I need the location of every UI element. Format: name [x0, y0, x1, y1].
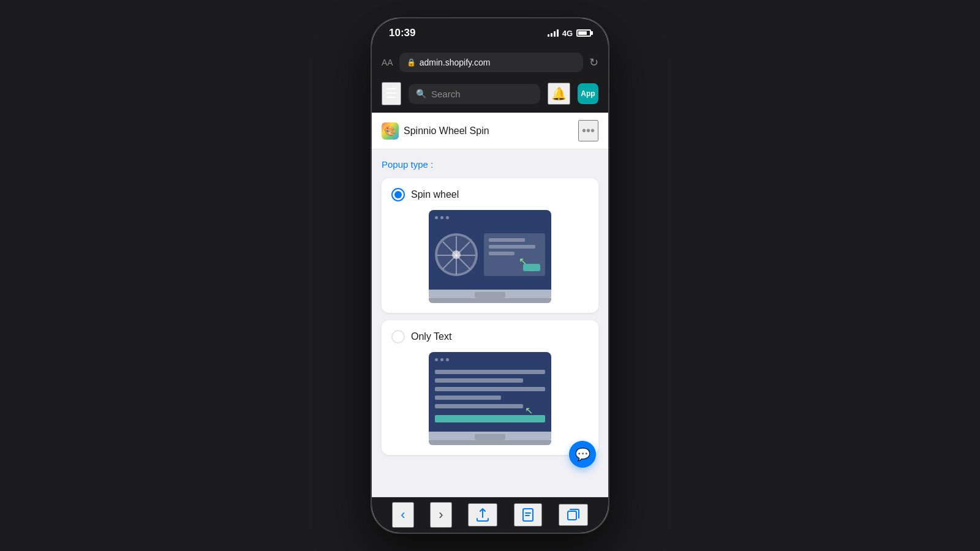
- wheel-center: [452, 250, 461, 259]
- dot-3: [446, 216, 449, 219]
- laptop-wrap-spin: ↖: [429, 210, 551, 303]
- laptop-stand-spin: [429, 298, 551, 303]
- text-line-2: [435, 378, 523, 383]
- spin-wheel-screen-content: ↖: [435, 224, 545, 285]
- aa-text[interactable]: AA: [382, 58, 393, 67]
- text-line-1: [435, 370, 545, 374]
- signal-bar-4: [557, 29, 559, 37]
- wheel-popup: ↖: [484, 233, 545, 276]
- text-dot-1: [435, 358, 438, 361]
- signal-bar-1: [548, 34, 549, 37]
- radio-inner-selected: [394, 191, 402, 198]
- app-name: Spinnio Wheel Spin: [404, 126, 489, 137]
- chat-bubble-button[interactable]: 💬: [569, 441, 596, 468]
- popup-type-label: Popup type :: [382, 159, 598, 170]
- chat-icon: 💬: [575, 447, 590, 462]
- laptop-notch-spin: [475, 292, 505, 298]
- dot-2: [440, 216, 443, 219]
- laptop-wrap-text: ↖: [429, 352, 551, 445]
- content-area: 🎨 Spinnio Wheel Spin ••• Popup type : Sp…: [372, 113, 608, 497]
- text-line-5: [435, 404, 523, 408]
- wheel-circle: [435, 233, 478, 276]
- laptop-base-text: [429, 432, 551, 440]
- spin-wheel-radio[interactable]: [391, 188, 405, 201]
- laptop-screen-text: ↖: [429, 352, 551, 432]
- only-text-option-header: Only Text: [391, 330, 589, 343]
- spin-wheel-option-header: Spin wheel: [391, 188, 589, 201]
- app-logo-emoji: 🎨: [384, 125, 396, 137]
- share-button[interactable]: [468, 503, 497, 527]
- text-only-screen-content: ↖: [435, 366, 545, 427]
- laptop-screen-spin: ↖: [429, 210, 551, 290]
- cursor-icon-spin: ↖: [519, 255, 527, 267]
- app-badge[interactable]: App: [578, 83, 598, 104]
- laptop-base-spin: [429, 290, 551, 298]
- browser-bar: AA 🔒 admin.shopify.com ↻: [372, 48, 608, 77]
- text-btn-bar: [435, 415, 545, 422]
- text-line-4: [435, 395, 501, 400]
- app-header-left: 🎨 Spinnio Wheel Spin: [382, 122, 489, 140]
- svg-rect-1: [568, 511, 576, 520]
- only-text-option-card[interactable]: Only Text: [382, 320, 598, 455]
- more-options-button[interactable]: •••: [578, 120, 598, 141]
- app-header: 🎨 Spinnio Wheel Spin •••: [372, 113, 608, 149]
- status-bar: 10:39 4G: [372, 18, 608, 48]
- status-icons: 4G: [548, 29, 591, 38]
- search-icon: 🔍: [416, 89, 426, 99]
- status-time: 10:39: [389, 27, 415, 39]
- spin-wheel-illustration: ↖: [391, 210, 589, 303]
- only-text-illustration: ↖: [391, 352, 589, 445]
- signal-bar-2: [551, 33, 552, 37]
- home-indicator: [372, 531, 608, 534]
- notifications-button[interactable]: 🔔: [548, 83, 570, 105]
- spin-wheel-label: Spin wheel: [411, 189, 459, 200]
- signal-bars-icon: [548, 29, 559, 37]
- phone-frame: 10:39 4G AA 🔒 admin.shopify.com ↻ ☰ 🔍: [371, 17, 609, 534]
- popup-line-3: [489, 252, 514, 255]
- popup-line-1: [489, 238, 525, 242]
- battery-icon: [576, 29, 591, 37]
- tabs-button[interactable]: [559, 504, 588, 526]
- only-text-radio[interactable]: [391, 330, 405, 343]
- url-text: admin.shopify.com: [420, 58, 491, 67]
- text-dot-3: [446, 358, 449, 361]
- hamburger-button[interactable]: ☰: [382, 82, 401, 105]
- popup-line-2: [489, 245, 535, 249]
- battery-fill: [578, 31, 587, 35]
- network-type: 4G: [562, 29, 573, 38]
- bookmarks-button[interactable]: [514, 503, 542, 527]
- search-input[interactable]: Search: [431, 89, 461, 99]
- laptop-notch-text: [475, 434, 505, 440]
- back-button[interactable]: ‹: [392, 502, 413, 528]
- bottom-nav: ‹ ›: [372, 497, 608, 531]
- spin-wheel-option-card[interactable]: Spin wheel: [382, 178, 598, 313]
- main-content: Popup type : Spin wheel: [372, 149, 608, 472]
- laptop-dots-text: [435, 358, 545, 361]
- search-bar[interactable]: 🔍 Search: [409, 84, 540, 104]
- shopify-nav: ☰ 🔍 Search 🔔 App: [372, 77, 608, 113]
- text-dot-2: [440, 358, 443, 361]
- only-text-label: Only Text: [411, 331, 451, 342]
- lock-icon: 🔒: [407, 58, 416, 67]
- signal-bar-3: [554, 31, 556, 37]
- text-line-3: [435, 387, 545, 391]
- dot-1: [435, 216, 438, 219]
- laptop-stand-text: [429, 440, 551, 445]
- url-bar[interactable]: 🔒 admin.shopify.com: [399, 53, 583, 72]
- app-logo: 🎨: [382, 122, 399, 140]
- laptop-dots-spin: [435, 216, 545, 219]
- forward-button[interactable]: ›: [430, 502, 451, 528]
- refresh-icon[interactable]: ↻: [589, 56, 598, 69]
